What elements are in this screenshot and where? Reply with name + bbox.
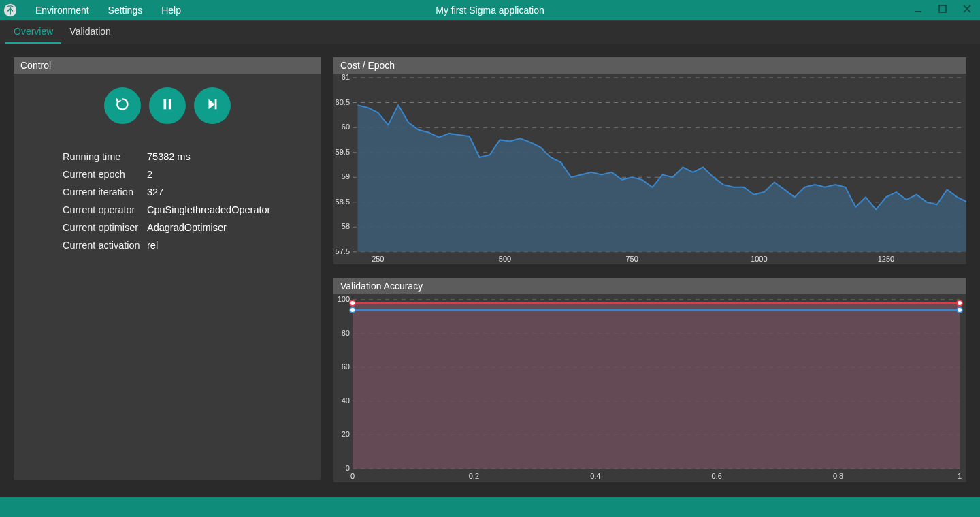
svg-text:500: 500: [499, 255, 511, 263]
restart-button[interactable]: [104, 87, 141, 124]
svg-text:59.5: 59.5: [336, 148, 350, 156]
pause-icon: [160, 97, 175, 114]
content-area: Control: [0, 44, 980, 497]
stat-value: 327: [147, 187, 163, 198]
restart-icon: [114, 95, 131, 116]
window-controls: [912, 4, 973, 16]
stat-value: 75382 ms: [147, 151, 191, 162]
cost-chart-panel: Cost / Epoch 57.55858.55959.56060.561250…: [333, 57, 966, 264]
stat-value: CpuSinglethreadedOperator: [147, 204, 270, 215]
stat-row: Running time75382 ms: [63, 151, 272, 162]
menu-bar: Environment Settings Help: [35, 5, 181, 16]
menu-environment[interactable]: Environment: [35, 5, 89, 16]
svg-point-47: [350, 300, 355, 306]
accuracy-chart: 02040608010000.20.40.60.81: [333, 294, 966, 482]
svg-text:100: 100: [338, 295, 350, 303]
stat-label: Running time: [63, 151, 147, 162]
accuracy-chart-panel: Validation Accuracy 02040608010000.20.40…: [333, 278, 966, 482]
app-logo-icon: [0, 0, 20, 20]
svg-text:80: 80: [342, 329, 350, 337]
svg-text:60: 60: [342, 362, 350, 371]
svg-point-49: [350, 307, 355, 313]
minimize-icon[interactable]: [912, 4, 924, 16]
accuracy-chart-header: Validation Accuracy: [333, 278, 966, 294]
skip-button[interactable]: [194, 87, 231, 124]
svg-text:57.5: 57.5: [336, 247, 350, 255]
stat-label: Current iteration: [63, 187, 147, 198]
svg-text:1: 1: [958, 472, 962, 480]
control-panel-body: Running time75382 ms Current epoch2 Curr…: [14, 74, 321, 480]
stats-list: Running time75382 ms Current epoch2 Curr…: [14, 151, 321, 251]
svg-rect-5: [164, 99, 167, 110]
stat-row: Current operatorCpuSinglethreadedOperato…: [63, 204, 272, 215]
svg-rect-2: [939, 5, 946, 12]
svg-text:0.8: 0.8: [833, 472, 843, 480]
stat-row: Current optimiserAdagradOptimiser: [63, 222, 272, 233]
menu-help[interactable]: Help: [161, 5, 181, 16]
control-button-row: [14, 87, 321, 124]
menu-settings[interactable]: Settings: [108, 5, 143, 16]
stat-label: Current operator: [63, 204, 147, 215]
svg-text:750: 750: [625, 255, 638, 263]
svg-rect-7: [215, 99, 217, 110]
tab-validation[interactable]: Validation: [61, 20, 118, 44]
svg-text:0.4: 0.4: [590, 472, 600, 480]
stat-label: Current activation: [63, 240, 147, 251]
control-panel-header: Control: [14, 57, 321, 74]
titlebar: Environment Settings Help My first Sigma…: [0, 0, 980, 20]
svg-text:0.6: 0.6: [712, 472, 722, 480]
stat-label: Current optimiser: [63, 222, 147, 233]
svg-text:0.2: 0.2: [469, 472, 479, 480]
svg-text:61: 61: [342, 74, 350, 81]
tab-bar: Overview Validation: [0, 20, 980, 44]
svg-point-48: [957, 300, 962, 306]
svg-text:0: 0: [350, 472, 355, 480]
skip-forward-icon: [205, 97, 220, 114]
svg-text:60.5: 60.5: [336, 98, 350, 106]
svg-text:0: 0: [346, 464, 350, 472]
svg-rect-6: [169, 99, 172, 110]
svg-point-50: [957, 307, 962, 313]
stat-row: Current epoch2: [63, 169, 272, 180]
control-panel: Control: [14, 57, 321, 480]
svg-text:20: 20: [342, 430, 350, 438]
stat-label: Current epoch: [63, 169, 147, 180]
svg-text:59: 59: [342, 172, 350, 181]
stat-row: Current iteration327: [63, 187, 272, 198]
stat-value: AdagradOptimiser: [147, 222, 227, 233]
svg-text:40: 40: [342, 396, 350, 405]
status-bar: [0, 497, 980, 517]
tab-overview[interactable]: Overview: [5, 20, 61, 44]
cost-chart: 57.55858.55959.56060.5612505007501000125…: [333, 74, 966, 264]
svg-text:58: 58: [342, 222, 350, 230]
stat-value: rel: [147, 240, 158, 251]
maximize-icon[interactable]: [936, 4, 949, 16]
right-column: Cost / Epoch 57.55858.55959.56060.561250…: [333, 57, 966, 480]
pause-button[interactable]: [149, 87, 186, 124]
svg-text:58.5: 58.5: [336, 198, 350, 206]
svg-text:1000: 1000: [751, 255, 767, 263]
close-icon[interactable]: [961, 4, 973, 16]
stat-value: 2: [147, 169, 152, 180]
svg-text:1250: 1250: [878, 255, 894, 263]
svg-text:250: 250: [372, 255, 384, 263]
stat-row: Current activationrel: [63, 240, 272, 251]
svg-text:60: 60: [342, 123, 350, 131]
cost-chart-header: Cost / Epoch: [333, 57, 966, 74]
window-title: My first Sigma application: [436, 5, 544, 16]
